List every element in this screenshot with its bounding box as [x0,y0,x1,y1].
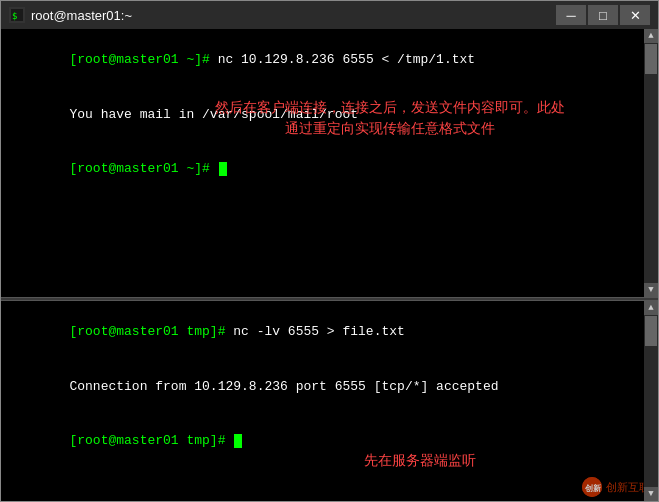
upper-line-2: You have mail in /var/spool/mail/root [7,88,652,143]
title-bar: $ root@master01:~ ─ □ ✕ [1,1,658,29]
terminal-icon: $ [9,7,25,23]
cursor-lower [234,434,242,448]
watermark: 创新 创新互联 [582,477,650,497]
svg-text:$: $ [12,11,17,21]
watermark-logo: 创新 [582,477,602,497]
maximize-button[interactable]: □ [588,5,618,25]
lower-line-3: [root@master01 tmp]# [7,414,652,469]
minimize-button[interactable]: ─ [556,5,586,25]
scroll-track [644,43,658,283]
scroll-down-arrow[interactable]: ▼ [644,283,658,297]
upper-line-3: [root@master01 ~]# [7,142,652,197]
lower-scroll-up-arrow[interactable]: ▲ [644,301,658,315]
lower-scroll-thumb[interactable] [645,316,657,346]
lower-scroll-track [644,315,658,487]
prompt-1: [root@master01 ~]# [69,52,217,67]
window-title: root@master01:~ [31,8,132,23]
terminal-window: $ root@master01:~ ─ □ ✕ [root@master01 ~… [0,0,659,502]
svg-text:创新: 创新 [584,483,601,493]
upper-line-1: [root@master01 ~]# nc 10.129.8.236 6555 … [7,33,652,88]
terminal-container: [root@master01 ~]# nc 10.129.8.236 6555 … [1,29,658,501]
scroll-up-arrow[interactable]: ▲ [644,29,658,43]
window-controls: ─ □ ✕ [556,5,650,25]
cursor-upper [219,162,227,176]
lower-terminal-pane[interactable]: [root@master01 tmp]# nc -lv 6555 > file.… [1,301,658,501]
scroll-thumb[interactable] [645,44,657,74]
lower-line-1: [root@master01 tmp]# nc -lv 6555 > file.… [7,305,652,360]
lower-scroll-down-arrow[interactable]: ▼ [644,487,658,501]
lower-line-2: Connection from 10.129.8.236 port 6555 [… [7,360,652,415]
upper-scrollbar[interactable]: ▲ ▼ [644,29,658,297]
lower-scrollbar[interactable]: ▲ ▼ [644,301,658,501]
upper-terminal-pane[interactable]: [root@master01 ~]# nc 10.129.8.236 6555 … [1,29,658,297]
close-button[interactable]: ✕ [620,5,650,25]
title-bar-left: $ root@master01:~ [9,7,132,23]
